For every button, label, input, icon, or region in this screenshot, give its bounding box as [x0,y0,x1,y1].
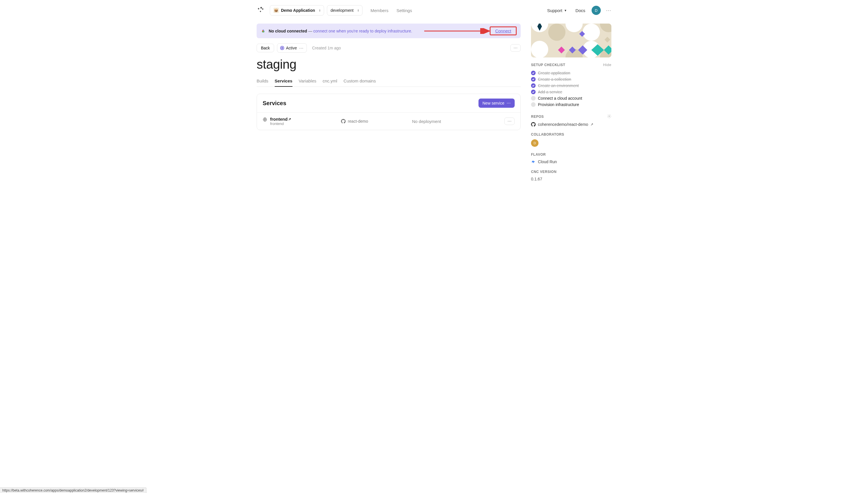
settings-link[interactable]: Settings [396,8,412,13]
avatar-initial: D [595,8,597,13]
alert-sub: connect one when you're ready to deploy … [314,29,412,33]
check-icon [531,83,535,88]
collab-initial: D [533,141,536,145]
service-repo-name: react-demo [348,119,368,124]
github-icon [341,119,346,124]
github-icon [531,122,535,127]
env-selector-label: development [331,8,353,13]
check-todo-icon [531,96,535,101]
svg-point-9 [531,41,548,58]
back-button[interactable]: Back [257,44,274,52]
check-todo-icon [531,102,535,107]
new-service-button[interactable]: New service ⋯ [479,99,515,108]
chevron-updown-icon: ▴▾ [319,9,320,12]
repo-link[interactable]: coherencedemo/react-demo ↗ [531,122,611,127]
svg-point-13 [609,116,610,117]
checklist-item: Create a collection [531,76,611,83]
caret-down-icon: ▼ [564,9,567,12]
service-more-button[interactable]: ⋯ [504,117,515,125]
docs-link[interactable]: Docs [575,8,585,13]
top-bar: 📦 Demo Application ▴▾ development ▴▾ Mem… [257,0,611,21]
checklist-item: Create application [531,70,611,76]
alert-dash: — [307,29,314,33]
check-icon [531,77,535,82]
created-text: Created 1m ago [312,46,341,50]
cnc-version-title: CNC VERSION [531,170,611,174]
service-name: frontend [270,116,288,122]
env-more-button[interactable]: ⋯ [510,44,521,52]
svg-point-7 [583,24,600,41]
status-pill[interactable]: Active ⋯ [277,43,307,52]
check-icon [531,90,535,94]
flavor-title: FLAVOR [531,153,611,156]
chevron-updown-icon: ▴▾ [358,9,359,12]
breadcrumb-row: Back Active ⋯ Created 1m ago ⋯ [257,43,521,52]
tabs: Builds Services Variables cnc.yml Custom… [257,79,521,87]
env-selector[interactable]: development ▴▾ [327,5,363,16]
header-more-button[interactable]: ⋯ [606,7,611,14]
arrow-annotation-icon [424,28,493,34]
connect-link[interactable]: Connect [495,28,511,33]
service-subname: frontend [270,122,291,126]
dots-icon: ⋯ [507,101,511,105]
app-selector-label: Demo Application [281,8,315,13]
hide-checklist-link[interactable]: Hide [603,63,611,67]
service-name-link[interactable]: frontend ↗ [270,116,291,122]
alert-bold: No cloud connected [269,29,307,33]
setup-checklist-title: SETUP CHECKLIST Hide [531,63,611,67]
cloud-alert: No cloud connected — connect one when yo… [257,24,521,38]
gear-icon[interactable] [607,114,611,119]
support-menu[interactable]: Support ▼ [547,8,567,13]
service-repo-cell: react-demo [341,119,412,124]
gcp-icon [260,28,266,34]
services-heading: Services [262,100,286,107]
tab-builds[interactable]: Builds [257,79,268,86]
support-label: Support [547,8,562,13]
new-service-label: New service [482,101,504,105]
service-deploy-cell: No deployment [412,119,498,124]
repo-name: coherencedemo/react-demo [538,122,588,127]
checklist-item: Create an environment [531,83,611,89]
external-link-icon: ↗ [288,117,291,121]
service-name-cell: frontend ↗ frontend [262,116,341,126]
sparkle-logo-icon [257,6,266,15]
checklist-item: Add a service [531,89,611,95]
collaborator-avatar[interactable]: D [531,140,539,147]
external-link-icon: ↗ [590,122,593,126]
members-link[interactable]: Members [370,8,389,13]
checklist-item[interactable]: Connect a cloud account [531,95,611,102]
repos-title: REPOS [531,114,611,119]
main-column: No cloud connected — connect one when yo… [257,24,521,130]
app-selector[interactable]: 📦 Demo Application ▴▾ [270,5,324,16]
service-row: frontend ↗ frontend react-demo No deploy… [257,113,520,130]
tab-domains[interactable]: Custom domains [344,79,376,86]
checklist-item[interactable]: Provision infrastructure [531,102,611,108]
app-emoji-icon: 📦 [274,8,279,13]
page-title: staging [257,57,521,71]
globe-icon [262,117,267,123]
avatar[interactable]: D [592,6,601,15]
layout: No cloud connected — connect one when yo… [257,21,611,187]
svg-point-5 [548,24,566,41]
setup-checklist: Create application Create a collection C… [531,70,611,108]
check-icon [531,71,535,75]
flavor-value: Cloud Run [531,159,611,164]
tab-services[interactable]: Services [275,79,293,87]
tab-cnc[interactable]: cnc.yml [323,79,337,86]
side-banner [531,24,611,58]
cnc-version-value: 0.1.67 [531,177,611,181]
side-column: SETUP CHECKLIST Hide Create application … [531,24,611,187]
card-header: Services New service ⋯ [257,94,520,113]
tab-variables[interactable]: Variables [299,79,316,86]
cloud-run-icon [531,159,535,164]
connect-highlight-box: Connect [490,26,517,35]
alert-text: No cloud connected — connect one when yo… [269,29,412,33]
status-dot-icon [280,46,284,50]
collaborators-title: COLLABORATORS [531,132,611,136]
status-label: Active [286,46,297,50]
services-card: Services New service ⋯ frontend [257,94,521,130]
logo-icon[interactable] [257,6,266,15]
status-more-icon: ⋯ [299,45,304,50]
